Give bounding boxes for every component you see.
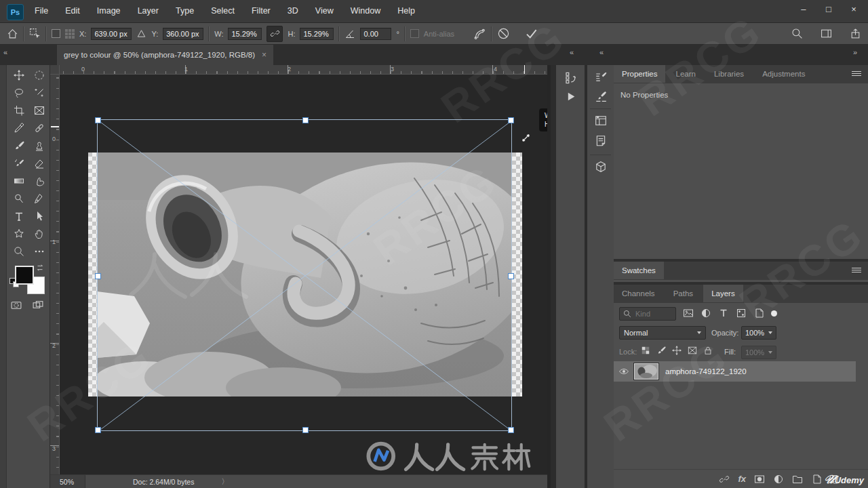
menu-file[interactable]: File bbox=[27, 0, 56, 22]
actions-panel-button[interactable] bbox=[561, 88, 579, 104]
path-selection-tool[interactable] bbox=[31, 210, 47, 222]
filter-image-icon[interactable] bbox=[683, 308, 694, 319]
tab-layers[interactable]: Layers bbox=[703, 285, 743, 302]
hand-tool[interactable] bbox=[31, 228, 47, 239]
lock-transparency-icon[interactable] bbox=[641, 346, 650, 355]
y-input[interactable] bbox=[163, 28, 203, 40]
search-icon[interactable] bbox=[791, 28, 803, 39]
ruler-corner[interactable] bbox=[50, 65, 60, 75]
add-layer-mask-icon[interactable] bbox=[754, 474, 765, 485]
transform-handle-s[interactable] bbox=[302, 427, 309, 433]
menu-select[interactable]: Select bbox=[203, 0, 242, 22]
foreground-color-swatch[interactable] bbox=[15, 266, 34, 285]
close-button[interactable]: × bbox=[842, 1, 865, 18]
filter-shape-icon[interactable] bbox=[736, 308, 747, 319]
tab-learn[interactable]: Learn bbox=[667, 65, 703, 83]
menu-help[interactable]: Help bbox=[390, 0, 422, 22]
layer-style-fx-icon[interactable]: fx bbox=[738, 474, 746, 484]
filter-adjustment-icon[interactable] bbox=[701, 308, 711, 319]
fill-select[interactable]: 100% bbox=[741, 346, 776, 359]
layer-filter-search[interactable] bbox=[619, 307, 676, 321]
new-adjustment-layer-icon[interactable] bbox=[773, 474, 784, 485]
link-layers-icon[interactable] bbox=[719, 474, 730, 485]
menu-layer[interactable]: Layer bbox=[130, 0, 166, 22]
quick-mask-icon[interactable] bbox=[9, 300, 23, 311]
relative-position-icon[interactable] bbox=[136, 28, 146, 39]
collapse-brush-strip-chevron[interactable]: « bbox=[599, 48, 603, 56]
notes-panel-button[interactable] bbox=[592, 133, 610, 149]
lock-pixels-icon[interactable] bbox=[656, 346, 666, 355]
panel-menu-icon[interactable] bbox=[852, 71, 861, 77]
filter-smart-object-icon[interactable] bbox=[753, 308, 764, 319]
workspace-switcher-icon[interactable] bbox=[821, 28, 832, 39]
new-group-icon[interactable] bbox=[792, 474, 803, 485]
transform-handle-w[interactable] bbox=[95, 273, 101, 279]
angle-input[interactable] bbox=[360, 28, 391, 40]
edit-toolbar-button[interactable] bbox=[31, 245, 47, 257]
tab-properties[interactable]: Properties bbox=[614, 65, 665, 83]
eraser-tool[interactable] bbox=[31, 157, 47, 169]
brush-settings-panel-button[interactable] bbox=[592, 69, 610, 85]
tab-swatches[interactable]: Swatches bbox=[614, 262, 664, 279]
link-wh-button[interactable] bbox=[267, 26, 283, 42]
panel-menu-icon[interactable] bbox=[852, 268, 861, 274]
status-chevron-icon[interactable]: 〉 bbox=[221, 477, 229, 487]
dodge-tool[interactable] bbox=[11, 192, 27, 204]
crop-tool[interactable] bbox=[11, 104, 27, 116]
layer-visibility-toggle[interactable] bbox=[614, 366, 634, 377]
height-input[interactable] bbox=[300, 28, 334, 40]
smudge-tool[interactable] bbox=[31, 175, 47, 186]
menu-window[interactable]: Window bbox=[343, 0, 388, 22]
menu-view[interactable]: View bbox=[308, 0, 341, 22]
delete-layer-icon[interactable] bbox=[830, 474, 841, 485]
layer-row[interactable]: amphora-749122_1920 bbox=[614, 361, 856, 382]
tab-channels[interactable]: Channels bbox=[614, 285, 663, 302]
reference-point-checkbox[interactable] bbox=[52, 29, 60, 38]
eyedropper-tool[interactable] bbox=[11, 122, 27, 134]
pen-tool[interactable] bbox=[31, 192, 47, 204]
anti-alias-checkbox[interactable] bbox=[410, 29, 419, 38]
zoom-level-field[interactable]: 50% bbox=[50, 475, 85, 488]
lasso-tool[interactable] bbox=[11, 87, 27, 98]
cancel-transform-icon[interactable] bbox=[497, 27, 510, 40]
home-icon[interactable] bbox=[7, 28, 18, 39]
vertical-ruler[interactable] bbox=[50, 75, 60, 474]
menu-3d[interactable]: 3D bbox=[280, 0, 306, 22]
document-close-icon[interactable]: × bbox=[262, 50, 267, 60]
filter-type-icon[interactable] bbox=[718, 308, 729, 319]
menu-type[interactable]: Type bbox=[168, 0, 201, 22]
blend-mode-select[interactable]: Normal bbox=[619, 326, 706, 340]
type-tool[interactable] bbox=[11, 210, 27, 222]
brushes-panel-button[interactable] bbox=[592, 88, 610, 104]
tab-paths[interactable]: Paths bbox=[665, 285, 701, 302]
menu-filter[interactable]: Filter bbox=[244, 0, 278, 22]
commit-transform-icon[interactable] bbox=[525, 27, 538, 40]
move-tool[interactable] bbox=[11, 69, 27, 81]
transform-handle-e[interactable] bbox=[508, 273, 514, 279]
swap-colors-icon[interactable] bbox=[35, 263, 45, 272]
3d-panel-button[interactable] bbox=[592, 159, 610, 175]
canvas-pasteboard[interactable]: W :4.077 in H :3.058 in bbox=[60, 75, 547, 474]
zoom-tool[interactable] bbox=[11, 245, 27, 257]
layer-thumbnail[interactable] bbox=[634, 363, 658, 380]
screen-mode-icon[interactable] bbox=[31, 300, 45, 311]
history-panel-button[interactable] bbox=[561, 69, 579, 85]
clone-stamp-tool[interactable] bbox=[31, 140, 47, 151]
magic-wand-tool[interactable] bbox=[31, 87, 47, 98]
history-brush-tool[interactable] bbox=[11, 157, 27, 169]
collapse-toolbar-chevron[interactable]: « bbox=[3, 48, 7, 56]
lock-all-icon[interactable] bbox=[703, 346, 713, 355]
minimize-button[interactable]: – bbox=[792, 1, 815, 18]
reference-point-grid-icon[interactable] bbox=[65, 29, 75, 39]
opacity-select[interactable]: 100% bbox=[741, 326, 776, 340]
transform-handle-n[interactable] bbox=[302, 117, 309, 123]
gradient-tool[interactable] bbox=[11, 175, 27, 186]
document-tab[interactable]: grey to colour @ 50% (amphora-749122_192… bbox=[57, 45, 273, 65]
x-input[interactable] bbox=[91, 28, 132, 40]
layer-filter-input[interactable] bbox=[634, 309, 671, 319]
lock-artboard-icon[interactable] bbox=[688, 346, 697, 355]
transform-handle-se[interactable] bbox=[508, 427, 514, 433]
healing-brush-tool[interactable] bbox=[31, 122, 47, 134]
filter-toggle-icon[interactable] bbox=[771, 310, 777, 317]
frame-tool[interactable] bbox=[31, 104, 47, 116]
